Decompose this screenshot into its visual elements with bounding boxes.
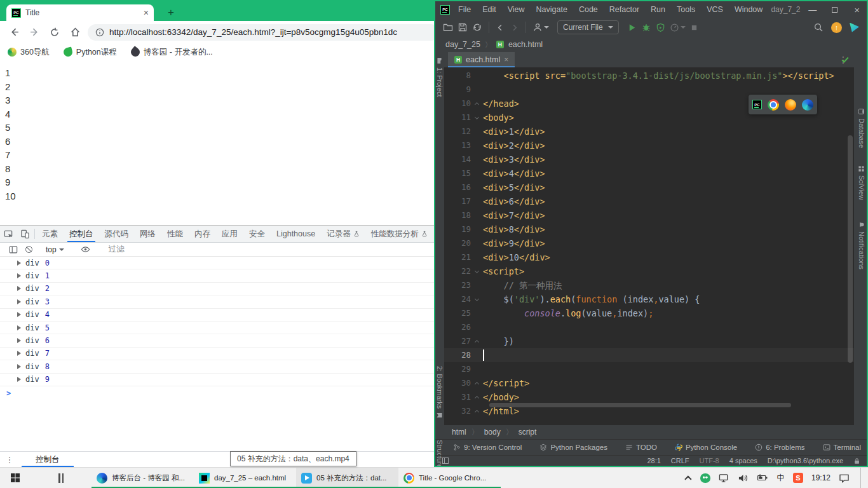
taskbar-app-pycharmapp[interactable]: day_7_25 – each.html (194, 468, 296, 488)
open-folder-icon[interactable] (443, 22, 453, 32)
code-line[interactable]: 16<div>5</div> (444, 180, 854, 194)
context-selector[interactable]: top (43, 245, 67, 254)
code-line[interactable]: 18<div>7</div> (444, 208, 854, 222)
console-log-row[interactable]: div9 (0, 374, 434, 386)
toolwindow-database[interactable]: Database (858, 108, 865, 148)
breadcrumb-file[interactable]: each.html (508, 40, 543, 49)
menu-navigate[interactable]: Navigate (531, 5, 573, 14)
battery-icon[interactable] (757, 473, 768, 482)
sogou-input-icon[interactable]: S (793, 473, 803, 483)
indent-style[interactable]: 4 spaces (729, 457, 757, 464)
toolwindow-button-prob[interactable]: 6: Problems (755, 444, 804, 451)
network-icon[interactable] (719, 473, 729, 483)
code-line[interactable]: 31</body> (444, 390, 854, 404)
bookmark-item[interactable]: Python课程 (64, 47, 117, 58)
toolwindow-sciview[interactable]: SciView (858, 165, 865, 200)
editor-tab-each-html[interactable]: H each.html × (448, 52, 515, 67)
devtools-tab-8[interactable]: Lighthouse (271, 226, 321, 242)
console-log-row[interactable]: div8 (0, 360, 434, 373)
code-line[interactable]: 19<div>8</div> (444, 222, 854, 236)
code-line[interactable]: 21<div>10</div> (444, 250, 854, 264)
expand-triangle-icon[interactable] (17, 312, 21, 317)
action-center-icon[interactable] (839, 473, 850, 483)
console-log-row[interactable]: div4 (0, 309, 434, 322)
inspect-element-icon[interactable] (0, 226, 17, 242)
wechat-icon[interactable] (700, 473, 710, 483)
inspections-ok-icon[interactable] (841, 55, 850, 64)
fold-icon[interactable] (475, 115, 479, 119)
devtools-tab-5[interactable]: 内存 (189, 226, 216, 242)
home-icon[interactable] (67, 25, 83, 40)
toolwindow-button-vcs[interactable]: 9: Version Control (453, 444, 522, 451)
stop-button[interactable] (690, 24, 698, 32)
devtools-tab-4[interactable]: 性能 (161, 226, 189, 242)
expand-triangle-icon[interactable] (17, 364, 21, 369)
run-button[interactable] (627, 23, 637, 32)
expand-triangle-icon[interactable] (17, 377, 21, 382)
fold-icon[interactable] (475, 269, 479, 273)
console-filter-input[interactable]: 过滤 (105, 244, 125, 255)
maximize-button[interactable] (825, 5, 844, 15)
code-line[interactable]: 29 (444, 362, 854, 376)
toolwindow-project[interactable]: 1: Project (436, 57, 444, 97)
console-log-row[interactable]: div7 (0, 348, 434, 360)
code-line[interactable]: 22<script> (444, 264, 854, 278)
open-in-edge-icon[interactable] (802, 99, 813, 111)
back-icon[interactable] (6, 25, 22, 40)
debug-button[interactable] (641, 22, 651, 32)
console-log-row[interactable]: div5 (0, 322, 434, 334)
drawer-menu-icon[interactable]: ⋮ (0, 452, 19, 467)
line-separator[interactable]: CRLF (671, 457, 689, 464)
browser-tab[interactable]: PC Title × (6, 4, 154, 21)
code-line[interactable]: 12<div>1</div> (444, 125, 854, 139)
show-desktop-button[interactable] (860, 468, 864, 488)
run-configuration-selector[interactable]: Current File (557, 20, 619, 34)
code-line[interactable]: 17<div>6</div> (444, 194, 854, 208)
menu-edit[interactable]: Edit (477, 5, 502, 14)
code-line[interactable]: 26 (444, 320, 854, 334)
console-log-row[interactable]: div2 (0, 283, 434, 295)
console-log-row[interactable]: div6 (0, 334, 434, 347)
expand-triangle-icon[interactable] (17, 286, 21, 291)
code-line[interactable]: 28 (444, 348, 854, 362)
layout-icon[interactable] (442, 457, 449, 464)
bookmark-item[interactable]: 360导航 (8, 47, 50, 58)
devtools-tab-7[interactable]: 安全 (243, 226, 271, 242)
tab-close-icon[interactable]: × (144, 8, 149, 17)
pinned-item-icon[interactable] (48, 468, 74, 488)
menu-tools[interactable]: Tools (671, 5, 701, 14)
sync-icon[interactable] (472, 22, 482, 32)
devtools-tab-1[interactable]: 控制台 (64, 226, 99, 242)
minimize-button[interactable]: — (803, 5, 822, 15)
devtools-tab-6[interactable]: 应用 (216, 226, 243, 242)
tag-breadcrumb-item[interactable]: html (452, 428, 466, 437)
new-tab-button[interactable]: + (163, 4, 179, 21)
page-info-icon[interactable] (95, 28, 104, 37)
open-in-pycharm-icon[interactable]: PC (752, 100, 762, 109)
close-tab-icon[interactable]: × (504, 55, 508, 64)
search-everywhere-icon[interactable] (813, 22, 824, 32)
console-sidebar-icon[interactable] (5, 245, 22, 254)
expand-triangle-icon[interactable] (17, 273, 21, 278)
python-interpreter[interactable]: D:\python3.6\python.exe (768, 457, 843, 464)
fold-icon[interactable] (475, 102, 479, 107)
toolwindow-button-pycon[interactable]: Python Console (675, 444, 737, 451)
save-all-icon[interactable] (458, 22, 468, 32)
kite-plugin-icon[interactable] (850, 23, 859, 32)
code-line[interactable]: 30</script> (444, 376, 854, 390)
code-line[interactable]: 23 // 第一种用法 (444, 278, 854, 292)
fold-icon[interactable] (475, 297, 479, 301)
profiler-button[interactable] (670, 23, 686, 32)
clear-console-icon[interactable] (25, 246, 32, 253)
toolwindow-notifications[interactable]: Notifications (858, 221, 865, 269)
menu-code[interactable]: Code (573, 5, 604, 14)
clock[interactable]: 19:12 (811, 473, 831, 482)
breadcrumb-project[interactable]: day_7_25 (445, 40, 480, 49)
code-area[interactable]: 8 <script src="bootstrap-3.4.1-dist/js/b… (444, 69, 854, 418)
menu-vcs[interactable]: VCS (701, 5, 729, 14)
taskbar-app-player[interactable]: 05 补充的方法：dat... (296, 468, 398, 488)
user-account-icon[interactable] (532, 22, 549, 32)
open-in-chrome-icon[interactable] (768, 99, 779, 111)
console-log-row[interactable]: div3 (0, 295, 434, 308)
console-log-row[interactable]: div0 (0, 257, 434, 269)
